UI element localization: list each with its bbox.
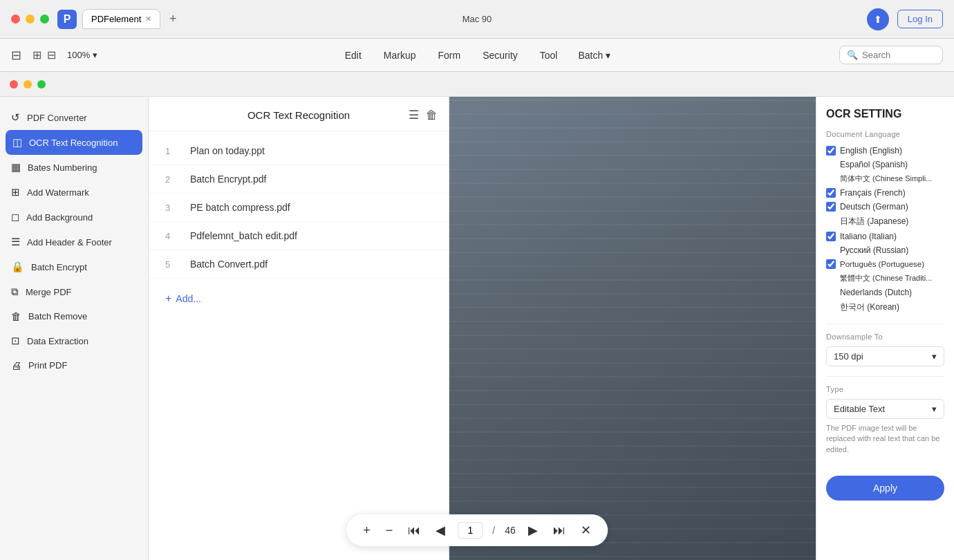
file-row[interactable]: 5 Batch Convert.pdf: [149, 250, 449, 279]
lang-label-german: Deutsch (German): [840, 202, 908, 212]
lang-item-chinese-trad: 繁體中文 (Chinese Traditi...: [826, 271, 944, 286]
prev-page-button[interactable]: ◀: [433, 521, 448, 539]
lang-label-italian: Italiano (Italian): [840, 232, 897, 241]
pdf-converter-icon: ↺: [11, 111, 20, 124]
divider-1: [826, 324, 944, 324]
sidebar-item-label: Batch Encrypt: [31, 262, 87, 272]
lang-checkbox-german[interactable]: [826, 202, 836, 212]
file-row[interactable]: 1 Plan on today.ppt: [149, 137, 449, 165]
sidebar-item-label: PDF Converter: [27, 113, 87, 123]
type-dropdown[interactable]: Editable Text ▾: [826, 399, 944, 419]
lang-checkbox-italian[interactable]: [826, 232, 836, 241]
lang-label-portuguese: Português (Portuguese): [840, 260, 924, 268]
nav-batch[interactable]: Batch ▾: [578, 50, 610, 61]
ocr-settings-panel: OCR SETTING Document Language English (E…: [816, 97, 954, 560]
title-bar: P PDFelement ✕ + Mac 90 ⬆ Log In: [0, 0, 954, 39]
lang-label-dutch: Nederlands (Dutch): [840, 288, 912, 297]
delete-action-button[interactable]: 🗑: [426, 108, 438, 122]
upgrade-icon[interactable]: ⬆: [867, 8, 889, 30]
page-separator: /: [492, 525, 495, 536]
divider-2: [826, 376, 944, 377]
lang-label-chinese-trad: 繁體中文 (Chinese Traditi...: [840, 273, 932, 283]
type-arrow-icon: ▾: [932, 404, 937, 414]
file-number: 1: [165, 146, 176, 156]
file-name: Batch Encrypt.pdf: [190, 174, 267, 185]
first-page-button[interactable]: ⏮: [405, 522, 423, 539]
sidebar-item-background[interactable]: ◻ Add Background: [0, 205, 148, 230]
search-icon: 🔍: [847, 50, 858, 60]
print-icon: 🖨: [11, 360, 21, 371]
sidebar-item-print[interactable]: 🖨 Print PDF: [0, 353, 148, 377]
grid-view-icon[interactable]: ⊞: [32, 48, 41, 62]
downsample-section: Downsample To 150 dpi ▾: [826, 333, 944, 366]
last-page-button[interactable]: ⏭: [550, 522, 568, 539]
sidebar-item-label: Data Extraction: [27, 336, 88, 346]
add-label: Add...: [176, 293, 201, 304]
lang-checkbox-english[interactable]: [826, 146, 836, 156]
inner-close-button[interactable]: [10, 80, 18, 88]
file-number: 2: [165, 174, 176, 185]
apply-button[interactable]: Apply: [826, 476, 944, 501]
active-tab[interactable]: PDFelement ✕: [82, 9, 160, 29]
sidebar-item-encrypt[interactable]: 🔒 Batch Encrypt: [0, 254, 148, 279]
sidebar-item-watermark[interactable]: ⊞ Add Watermark: [0, 180, 148, 205]
current-page-input[interactable]: 1: [458, 522, 483, 539]
nav-tool[interactable]: Tool: [539, 47, 559, 64]
close-button[interactable]: [11, 15, 20, 24]
minimize-button[interactable]: [26, 15, 35, 24]
traffic-lights: [11, 15, 49, 24]
close-pagination-button[interactable]: ✕: [578, 521, 594, 539]
next-page-button[interactable]: ▶: [525, 521, 541, 539]
file-row[interactable]: 3 PE batch compress.pdf: [149, 194, 449, 222]
sidebar-item-merge[interactable]: ⧉ Merge PDF: [0, 279, 148, 304]
zoom-in-button[interactable]: +: [360, 522, 373, 539]
nav-form[interactable]: Form: [437, 47, 462, 64]
file-panel-title: OCR Text Recognition: [247, 109, 350, 121]
sidebar-item-extraction[interactable]: ⊡ Data Extraction: [0, 328, 148, 353]
file-panel-actions: ☰ 🗑: [409, 108, 438, 122]
sidebar-item-ocr[interactable]: ◫ OCR Text Recognition: [6, 130, 142, 155]
downsample-dropdown[interactable]: 150 dpi ▾: [826, 346, 944, 366]
zoom-out-button[interactable]: −: [383, 522, 396, 539]
lang-label-spanish: Español (Spanish): [840, 160, 908, 169]
tab-label: PDFelement: [91, 14, 141, 24]
inner-minimize-button[interactable]: [24, 80, 32, 88]
list-action-button[interactable]: ☰: [409, 108, 419, 122]
sidebar-toggle-icon[interactable]: ⊟: [11, 48, 21, 63]
file-list: 1 Plan on today.ppt 2 Batch Encrypt.pdf …: [149, 131, 449, 284]
sidebar-item-pdf-converter[interactable]: ↺ PDF Converter: [0, 105, 148, 130]
nav-edit[interactable]: Edit: [344, 47, 363, 64]
add-files-row[interactable]: + Add...: [149, 284, 449, 313]
header-footer-icon: ☰: [11, 236, 20, 248]
search-box[interactable]: 🔍: [839, 46, 943, 64]
lang-item-russian: Русский (Russian): [826, 243, 944, 257]
batch-arrow-icon: ▾: [606, 50, 610, 61]
lang-checkbox-portuguese[interactable]: [826, 259, 836, 269]
search-input[interactable]: [862, 50, 935, 60]
new-tab-button[interactable]: +: [163, 10, 183, 29]
nav-markup[interactable]: Markup: [382, 47, 418, 64]
split-view-icon[interactable]: ⊟: [47, 48, 56, 62]
maximize-button[interactable]: [40, 15, 49, 24]
lang-checkbox-french[interactable]: [826, 188, 836, 198]
main-area: ↺ PDF Converter ◫ OCR Text Recognition ▦…: [0, 72, 954, 560]
file-row[interactable]: 4 Pdfelemnt_batch edit.pdf: [149, 222, 449, 250]
tab-close-button[interactable]: ✕: [145, 15, 151, 24]
lang-item-english: English (English): [826, 144, 944, 158]
nav-security[interactable]: Security: [481, 47, 519, 64]
sidebar-item-header-footer[interactable]: ☰ Add Header & Footer: [0, 230, 148, 254]
sidebar-item-label: Batch Remove: [28, 311, 87, 321]
sidebar-item-label: Print PDF: [28, 360, 67, 371]
sidebar-item-bates[interactable]: ▦ Bates Numbering: [0, 155, 148, 180]
lang-label-japanese: 日本語 (Japanese): [840, 216, 908, 227]
type-section: Type Editable Text ▾ The PDF image text …: [826, 385, 944, 455]
file-row[interactable]: 2 Batch Encrypt.pdf: [149, 165, 449, 194]
inner-maximize-button[interactable]: [37, 80, 46, 88]
zoom-control[interactable]: 100% ▾: [67, 50, 97, 60]
background-icon: ◻: [11, 211, 19, 223]
merge-icon: ⧉: [11, 286, 19, 298]
sidebar-item-remove[interactable]: 🗑 Batch Remove: [0, 304, 148, 328]
lang-item-french: Français (French): [826, 186, 944, 200]
login-button[interactable]: Log In: [897, 10, 943, 28]
bates-icon: ▦: [11, 161, 21, 174]
